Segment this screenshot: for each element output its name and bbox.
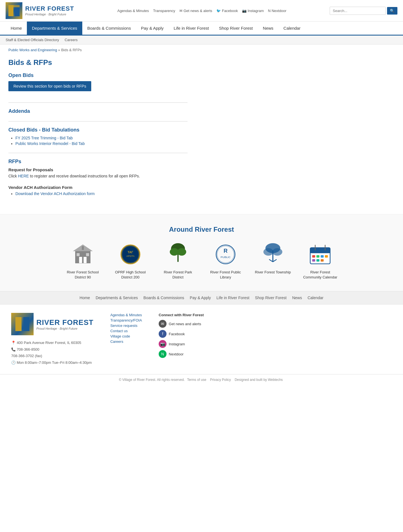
divider-3 [8, 153, 188, 153]
svg-point-25 [272, 248, 282, 256]
privacy-link[interactable]: Privacy Policy [210, 378, 231, 382]
svg-rect-35 [321, 255, 324, 258]
rfps-subheading: Request for Proposals [8, 167, 188, 172]
breadcrumb-current: Bids & RFPs [61, 48, 82, 52]
instagram-link[interactable]: 📷 Instagram [242, 9, 264, 13]
footer-village-code-link[interactable]: Village code [110, 334, 142, 338]
footer-social: Connect with River Forest ✉ Get news and… [159, 313, 204, 360]
svg-rect-6 [83, 257, 86, 263]
svg-rect-40 [15, 317, 22, 331]
facebook-link[interactable]: 🐦 Facebook [216, 9, 238, 13]
around-label: River Forest Park District [160, 270, 196, 280]
around-label: OPRF High School District 200 [112, 270, 149, 280]
email-icon: ✉ [159, 320, 167, 328]
around-label: River Forest Community Calendar [302, 270, 338, 280]
around-calendar[interactable]: River Forest Community Calendar [302, 242, 338, 280]
footer-social-facebook[interactable]: f Facebook [159, 330, 204, 338]
library-icon: R PUBLIC [212, 242, 240, 267]
staff-directory-link[interactable]: Staff & Elected Officials Directory [6, 38, 59, 42]
careers-link[interactable]: Careers [65, 38, 78, 42]
nextdoor-link[interactable]: N Nextdoor [268, 9, 286, 13]
svg-line-27 [273, 259, 277, 262]
footer-service-link[interactable]: Service requests [110, 324, 142, 328]
rfps-here-link[interactable]: HERE [18, 174, 29, 178]
nav-life[interactable]: Life in River Forest [169, 22, 214, 36]
footer-nav-pay[interactable]: Pay & Apply [190, 296, 211, 300]
nav-home[interactable]: Home [6, 22, 27, 36]
footer-logo-icon [11, 313, 34, 335]
svg-rect-5 [79, 257, 82, 263]
logo-icon [6, 2, 22, 19]
around-oprf[interactable]: ΤΑΓ ΑΡΩΤΑ OPRF High School District 200 [112, 242, 149, 280]
footer-fax: 708-366-3702 (fax) [11, 353, 93, 359]
footer-nav-calendar[interactable]: Calendar [308, 296, 324, 300]
transparency-link[interactable]: Transparency [153, 9, 175, 13]
svg-text:ΑΡΩΤΑ: ΑΡΩΤΑ [126, 255, 134, 257]
bid-tab-tree[interactable]: FY 2025 Tree Trimming - Bid Tab [15, 136, 73, 140]
svg-rect-7 [77, 253, 80, 256]
footer-nav-home[interactable]: Home [79, 296, 90, 300]
footer-social-email[interactable]: ✉ Get news and alerts [159, 320, 204, 328]
site-name: RIVER FOREST [25, 5, 74, 12]
svg-point-10 [121, 245, 140, 264]
list-item: Download the Vendor ACH Authorization fo… [15, 191, 188, 196]
nav-calendar[interactable]: Calendar [278, 22, 306, 36]
search-button[interactable]: 🔍 [387, 7, 397, 15]
nav-departments[interactable]: Departments & Services [27, 22, 82, 36]
terms-link[interactable]: Terms of use [187, 378, 206, 382]
footer-logo-text: RIVER FOREST Proud Heritage · Bright Fut… [36, 318, 93, 330]
footer-nav-life[interactable]: Life in River Forest [217, 296, 249, 300]
news-alerts-link[interactable]: ✉ Get news & alerts [179, 9, 212, 13]
footer-transparency-link[interactable]: Transparency/FOIA [110, 318, 142, 322]
webtechs-link[interactable]: Designed and built by Webtechs [235, 378, 283, 382]
vendor-list: Download the Vendor ACH Authorization fo… [8, 191, 188, 196]
footer-nav-boards[interactable]: Boards & Commissions [144, 296, 184, 300]
nav-shop[interactable]: Shop River Forest [214, 22, 258, 36]
footer-contact: 📍 400 Park Avenue River Forest, IL 60305… [11, 339, 93, 366]
breadcrumb: Public Works and Engineering » Bids & RF… [0, 44, 403, 55]
search-area: 🔍 [330, 7, 397, 15]
svg-text:ΤΑΓ: ΤΑΓ [128, 250, 133, 254]
footer-nav-departments[interactable]: Departments & Services [96, 296, 138, 300]
instagram-icon: 📷 [159, 340, 167, 348]
top-bar: RIVER FOREST Proud Heritage · Bright Fut… [0, 0, 403, 22]
around-library[interactable]: R PUBLIC River Forest Public Library [207, 242, 244, 280]
footer-bottom: © Village of River Forest. All rights re… [0, 374, 403, 385]
around-label: River Forest Public Library [207, 270, 244, 280]
bid-tab-remodel[interactable]: Public Works Interior Remodel - Bid Tab [15, 141, 85, 146]
breadcrumb-public-works[interactable]: Public Works and Engineering [8, 48, 57, 52]
footer-contact-link[interactable]: Contact us [110, 329, 142, 333]
vendor-ach-link[interactable]: Download the Vendor ACH Authorization fo… [15, 191, 95, 196]
footer-careers-link[interactable]: Careers [110, 339, 142, 344]
addenda-heading: Addenda [8, 108, 188, 114]
footer-brand: RIVER FOREST Proud Heritage · Bright Fut… [11, 313, 93, 366]
footer-nav-news[interactable]: News [292, 296, 302, 300]
svg-rect-36 [325, 255, 328, 258]
nav-boards[interactable]: Boards & Commissions [82, 22, 136, 36]
park-district-icon [164, 242, 192, 267]
open-bids-link[interactable]: Review this section for open bids or RFP… [13, 84, 86, 88]
around-heading: Around River Forest [6, 226, 397, 233]
agendas-link[interactable]: Agendas & Minutes [117, 9, 149, 13]
around-school-district-90[interactable]: River Forest School District 90 [65, 242, 101, 280]
around-township[interactable]: River Forest Township [255, 242, 291, 280]
logo-area: RIVER FOREST Proud Heritage · Bright Fut… [6, 2, 74, 19]
svg-rect-3 [75, 251, 90, 263]
around-park-district[interactable]: River Forest Park District [160, 242, 196, 280]
svg-rect-39 [321, 259, 324, 262]
svg-rect-41 [23, 317, 29, 331]
footer-social-instagram[interactable]: 📷 Instagram [159, 340, 204, 348]
open-bids-heading: Open Bids [8, 72, 188, 78]
page-title: Bids & RFPs [8, 58, 188, 67]
nav-news[interactable]: News [258, 22, 278, 36]
open-bids-button[interactable]: Review this section for open bids or RFP… [8, 81, 91, 91]
footer-social-nextdoor[interactable]: N Nextdoor [159, 350, 204, 358]
search-input[interactable] [330, 7, 386, 15]
calendar-icon [306, 242, 334, 267]
footer-nav-shop[interactable]: Shop River Forest [255, 296, 287, 300]
nav-pay[interactable]: Pay & Apply [136, 22, 169, 36]
school-district-icon [69, 242, 97, 267]
svg-line-26 [269, 259, 273, 262]
footer-agendas-link[interactable]: Agendas & Minutes [110, 313, 142, 317]
svg-rect-38 [317, 259, 320, 262]
